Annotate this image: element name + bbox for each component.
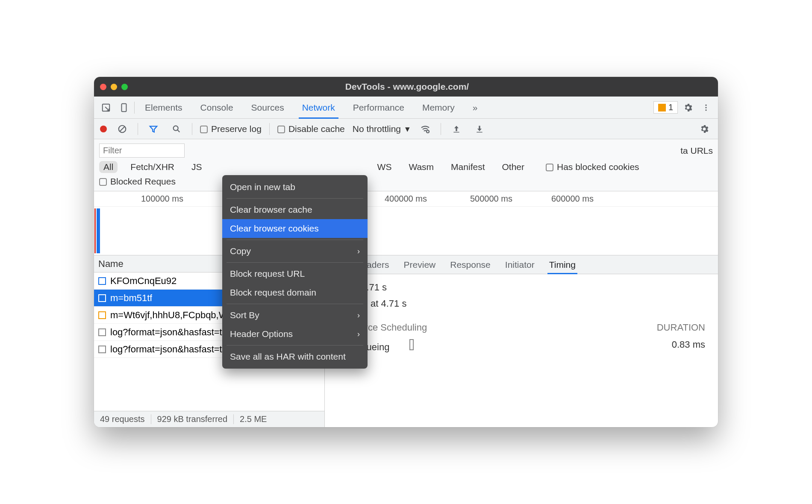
- detail-tab-headers[interactable]: aders: [367, 255, 389, 274]
- menu-item[interactable]: Clear browser cookies: [222, 219, 368, 238]
- filter-type-ws[interactable]: WS: [373, 161, 396, 173]
- detail-tab-response[interactable]: Response: [450, 255, 491, 274]
- upload-icon[interactable]: [449, 121, 464, 137]
- window-title: DevTools - www.google.com/: [128, 82, 686, 92]
- svg-point-7: [174, 126, 178, 130]
- tick-2: 400000 ms: [385, 194, 427, 204]
- tab-memory[interactable]: Memory: [415, 97, 462, 118]
- status-bar: 49 requests 929 kB transferred 2.5 ME: [94, 411, 324, 427]
- menu-item[interactable]: Block request URL: [222, 264, 368, 283]
- chevron-right-icon: ›: [357, 247, 360, 256]
- device-toggle-icon[interactable]: [116, 100, 132, 115]
- record-button[interactable]: [100, 126, 107, 132]
- status-transferred: 929 kB transferred: [151, 414, 234, 424]
- filter-type-wasm[interactable]: Wasm: [404, 161, 438, 173]
- tab-console[interactable]: Console: [193, 97, 241, 118]
- svg-point-2: [705, 104, 706, 105]
- menu-item[interactable]: Clear browser cache: [222, 200, 368, 219]
- download-icon[interactable]: [472, 121, 487, 137]
- status-resources: 2.5 ME: [234, 414, 273, 424]
- filter-type-js[interactable]: JS: [187, 161, 206, 173]
- maximize-window-button[interactable]: [121, 84, 128, 90]
- menu-separator: [227, 345, 363, 346]
- titlebar: DevTools - www.google.com/: [94, 77, 718, 97]
- has-blocked-cookies-checkbox[interactable]: Has blocked cookies: [546, 162, 639, 172]
- file-icon: [98, 311, 106, 319]
- filter-type-fetch[interactable]: Fetch/XHR: [126, 161, 179, 173]
- menu-separator: [227, 240, 363, 240]
- menu-item[interactable]: Block request domain: [222, 283, 368, 302]
- filter-type-other[interactable]: Other: [497, 161, 529, 173]
- filter-icon[interactable]: [146, 121, 161, 137]
- tick-1: 100000 ms: [141, 194, 183, 204]
- tab-network[interactable]: Network: [294, 97, 343, 118]
- menu-item[interactable]: Save all as HAR with content: [222, 347, 368, 366]
- menu-separator: [227, 262, 363, 263]
- overview-timeline[interactable]: 100000 ms 400000 ms 500000 ms 600000 ms: [94, 191, 718, 255]
- divider: [134, 102, 135, 114]
- svg-line-8: [177, 130, 179, 132]
- detail-tabs: ✕ aders Preview Response Initiator Timin…: [325, 255, 718, 274]
- queueing-bar: [409, 339, 414, 350]
- request-name: KFOmCnqEu92: [110, 275, 177, 287]
- menu-separator: [227, 198, 363, 199]
- warnings-badge[interactable]: 1: [653, 101, 678, 114]
- menu-item[interactable]: Copy›: [222, 242, 368, 261]
- svg-point-4: [705, 109, 706, 111]
- lower-panels: Name KFOmCnqEu92m=bm51tfm=Wt6vjf,hhhU8,F…: [94, 255, 718, 427]
- tab-performance[interactable]: Performance: [345, 97, 412, 118]
- network-settings-icon[interactable]: [697, 121, 712, 137]
- menu-separator: [227, 304, 363, 304]
- tick-4: 600000 ms: [551, 194, 594, 204]
- menu-item[interactable]: Header Options›: [222, 325, 368, 343]
- svg-point-9: [427, 130, 429, 133]
- warning-icon: [658, 104, 666, 111]
- svg-point-3: [705, 107, 706, 108]
- kebab-menu-icon[interactable]: [698, 100, 714, 115]
- clear-icon[interactable]: [115, 121, 130, 137]
- close-window-button[interactable]: [100, 84, 106, 90]
- settings-icon[interactable]: [680, 100, 696, 115]
- context-menu[interactable]: Open in new tabClear browser cacheClear …: [222, 175, 368, 369]
- tab-sources[interactable]: Sources: [244, 97, 292, 118]
- throttling-select[interactable]: No throttling ▾: [353, 124, 410, 134]
- detail-panel: ✕ aders Preview Response Initiator Timin…: [325, 255, 718, 427]
- detail-tab-preview[interactable]: Preview: [404, 255, 436, 274]
- record-icon: [100, 126, 107, 132]
- chevron-right-icon: ›: [357, 330, 360, 339]
- network-conditions-icon[interactable]: [418, 121, 433, 137]
- menu-item[interactable]: Open in new tab: [222, 178, 368, 196]
- queued-at: ed at 4.71 s: [338, 282, 705, 293]
- blocked-requests-checkbox[interactable]: Blocked Reques: [99, 176, 176, 187]
- search-icon[interactable]: [169, 121, 184, 137]
- panel-tabs: Elements Console Sources Network Perform…: [94, 97, 718, 119]
- data-urls-label: ta URLs: [680, 146, 713, 156]
- window-controls: [100, 84, 128, 90]
- detail-tab-timing[interactable]: Timing: [549, 255, 576, 274]
- network-toolbar: Preserve log Disable cache No throttling…: [94, 119, 718, 139]
- minimize-window-button[interactable]: [111, 84, 117, 90]
- filter-type-manifest[interactable]: Manifest: [447, 161, 489, 173]
- file-icon: [98, 328, 106, 336]
- disable-cache-checkbox[interactable]: Disable cache: [277, 124, 345, 134]
- tabs-more[interactable]: »: [465, 97, 485, 118]
- filter-input[interactable]: [99, 144, 185, 158]
- tab-elements[interactable]: Elements: [137, 97, 190, 118]
- request-name: m=bm51tf: [110, 293, 152, 304]
- chevron-right-icon: ›: [357, 311, 360, 320]
- filter-type-all[interactable]: All: [99, 161, 118, 173]
- detail-tab-initiator[interactable]: Initiator: [505, 255, 535, 274]
- chevron-down-icon: ▾: [405, 124, 410, 134]
- preserve-log-checkbox[interactable]: Preserve log: [200, 124, 262, 134]
- devtools-window: DevTools - www.google.com/ Elements Cons…: [94, 77, 718, 427]
- filters-bar: ta URLs All Fetch/XHR JS WS Wasm Manifes…: [94, 139, 718, 191]
- file-icon: [98, 346, 106, 353]
- duration-label: DURATION: [657, 322, 705, 333]
- inspect-icon[interactable]: [98, 100, 114, 115]
- menu-item[interactable]: Sort By›: [222, 306, 368, 325]
- timeline-mark-red: [94, 208, 96, 253]
- warning-count: 1: [668, 103, 673, 112]
- tick-3: 500000 ms: [470, 194, 512, 204]
- svg-rect-1: [122, 103, 127, 111]
- timeline-mark-blue: [97, 208, 100, 253]
